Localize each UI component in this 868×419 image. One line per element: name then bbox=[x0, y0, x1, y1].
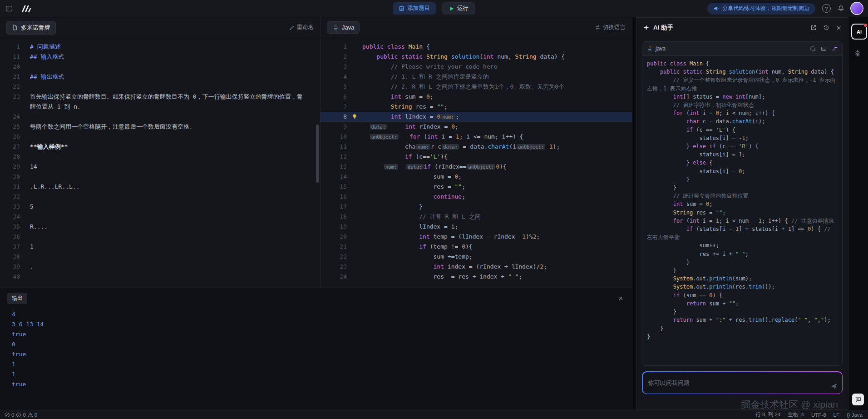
line-number: 17 bbox=[321, 202, 347, 212]
lightbulb-icon[interactable] bbox=[347, 112, 362, 122]
problem-line[interactable]: 38 bbox=[0, 252, 320, 262]
indent-setting[interactable]: 空格: 4 bbox=[788, 411, 804, 418]
problem-line[interactable]: 28 bbox=[0, 152, 320, 162]
problem-line[interactable]: 371 bbox=[0, 242, 320, 252]
problem-line[interactable]: 23首先输出保持竖立的骨牌数目。如果保持竖立的骨牌数目不为 0，下一行输出保持竖… bbox=[0, 92, 320, 112]
problem-line[interactable]: 32 bbox=[0, 192, 320, 202]
ai-assistant-panel: AI 助手 java bbox=[636, 17, 848, 410]
code-line[interactable]: 3 // Please write your code here bbox=[321, 62, 632, 72]
problem-line[interactable]: 36 bbox=[0, 232, 320, 242]
problem-line[interactable]: 39. bbox=[0, 262, 320, 272]
problem-title-tab[interactable]: 多米诺骨牌 bbox=[6, 21, 56, 35]
code-line[interactable]: 22 sum +=temp; bbox=[321, 252, 632, 262]
help-icon[interactable]: ? bbox=[822, 4, 831, 13]
problem-line[interactable]: 335 bbox=[0, 202, 320, 212]
feedback-button[interactable] bbox=[852, 394, 864, 405]
warning-indicator[interactable]: 0 bbox=[28, 412, 37, 418]
problem-line[interactable]: 35R.... bbox=[0, 222, 320, 232]
code-line[interactable]: 21 if (temp != 0){ bbox=[321, 242, 632, 252]
problem-line[interactable]: 34 bbox=[0, 212, 320, 222]
code-line[interactable]: 4 // 1. L 和 R 之间的肯定是竖立的 bbox=[321, 72, 632, 82]
problem-text: ## 输入格式 bbox=[30, 52, 320, 62]
problem-text: 5 bbox=[30, 202, 320, 212]
problem-line[interactable]: 40 bbox=[0, 272, 320, 282]
problem-line[interactable]: 2914 bbox=[0, 162, 320, 172]
problem-line[interactable]: 30 bbox=[0, 172, 320, 182]
language-mode[interactable]: {} Java bbox=[847, 412, 863, 418]
problem-line[interactable]: 1# 问题描述 bbox=[0, 42, 320, 52]
line-number: 24 bbox=[0, 112, 20, 122]
encoding[interactable]: UTF-8 bbox=[811, 412, 826, 418]
plugin-icon[interactable] bbox=[853, 49, 862, 57]
run-button[interactable]: 运行 bbox=[442, 2, 475, 15]
code-line[interactable]: 11 chanum:r cdata: = data.charAt(ianObje… bbox=[321, 142, 632, 152]
bell-icon[interactable] bbox=[838, 5, 844, 12]
code-line[interactable]: 9 data: int rIndex = 0; bbox=[321, 122, 632, 132]
code-line[interactable]: 10 anObject: for (int i = 1; i <= num; i… bbox=[321, 132, 632, 142]
close-ai-icon[interactable] bbox=[836, 25, 842, 31]
ai-code-line: return sum + ":" + res.trim().replace(" … bbox=[647, 316, 838, 324]
language-tab-java[interactable]: Java bbox=[327, 21, 360, 34]
gutter-gap bbox=[347, 152, 362, 162]
add-problem-button[interactable]: 添加题目 bbox=[393, 2, 436, 15]
problem-line[interactable]: 20 bbox=[0, 62, 320, 72]
code-line[interactable]: 24 res = res + index + " "; bbox=[321, 272, 632, 282]
code-line[interactable]: 16 continue; bbox=[321, 192, 632, 202]
line-number: 21 bbox=[321, 242, 347, 252]
code-line[interactable]: 1public class Main { bbox=[321, 42, 632, 52]
cursor-position[interactable]: 行 8, 列 24 bbox=[755, 411, 780, 418]
sidebar-toggle-icon[interactable] bbox=[5, 5, 13, 12]
gutter-gap bbox=[20, 132, 30, 142]
problem-scrollbar[interactable] bbox=[316, 125, 319, 183]
code-line[interactable]: 18 // 计算 R 和 L 之间 bbox=[321, 212, 632, 222]
warning-count: 0 bbox=[35, 412, 37, 418]
gutter-gap bbox=[347, 242, 362, 252]
active-code-line[interactable]: 8 int lIndex = 0num:; bbox=[321, 112, 632, 122]
code-line[interactable]: 14 sum = 0; bbox=[321, 172, 632, 182]
rename-button[interactable]: 重命名 bbox=[289, 24, 314, 31]
code-line[interactable]: 19 lIndex = i; bbox=[321, 222, 632, 232]
avatar[interactable] bbox=[851, 3, 863, 14]
code-text: lIndex = i; bbox=[362, 222, 458, 232]
code-editor[interactable]: 1public class Main {2 public static Stri… bbox=[321, 38, 632, 288]
close-output-icon[interactable] bbox=[618, 295, 624, 301]
code-line[interactable]: 13 num: data:if (rIndex==anObject:0){ bbox=[321, 162, 632, 172]
code-line[interactable]: 15 res = ""; bbox=[321, 182, 632, 192]
magic-wand-icon[interactable] bbox=[832, 46, 838, 52]
send-icon[interactable] bbox=[830, 383, 838, 390]
problem-line[interactable]: 24 bbox=[0, 112, 320, 122]
problem-line[interactable]: 11## 输入格式 bbox=[0, 52, 320, 62]
ai-question-input[interactable] bbox=[643, 372, 842, 394]
code-line[interactable]: 20 int temp = (lIndex - rIndex -1)%2; bbox=[321, 232, 632, 242]
problem-line[interactable]: 21## 输出格式 bbox=[0, 72, 320, 82]
output-tab[interactable]: 输出 bbox=[7, 293, 27, 304]
ai-code-line: // 定义一个整数数组来记录骨牌的状态，0 表示未推，-1 表示向左推，1 表示… bbox=[647, 76, 838, 92]
eol-setting[interactable]: LF bbox=[833, 412, 839, 418]
ai-code-line: status[i] = -1; bbox=[647, 134, 838, 142]
swap-arrows-icon bbox=[595, 25, 601, 30]
problem-line[interactable]: 31.L.R...LR..L.. bbox=[0, 182, 320, 192]
promo-banner[interactable]: 分享代码练习体验，领限量定制周边 bbox=[707, 3, 815, 15]
problem-line[interactable]: 22 bbox=[0, 82, 320, 92]
insert-terminal-icon[interactable] bbox=[821, 46, 827, 52]
gutter-gap bbox=[20, 42, 30, 52]
code-line[interactable]: 23 int index = (rIndex + lIndex)/2; bbox=[321, 262, 632, 272]
problem-line[interactable]: 26 bbox=[0, 132, 320, 142]
info-indicator[interactable]: 0 bbox=[16, 412, 25, 418]
code-line[interactable]: 2 public static String solution(int num,… bbox=[321, 52, 632, 62]
output-line: true bbox=[12, 329, 632, 339]
history-icon[interactable] bbox=[823, 25, 829, 31]
error-indicator[interactable]: 0 bbox=[5, 412, 14, 418]
code-line[interactable]: 6 int sum = 0; bbox=[321, 92, 632, 102]
export-icon[interactable] bbox=[810, 25, 817, 31]
code-line[interactable]: 7 String res = ""; bbox=[321, 102, 632, 112]
ai-toggle-button[interactable]: AI bbox=[851, 24, 867, 40]
switch-language-button[interactable]: 切换语言 bbox=[595, 24, 626, 31]
code-line[interactable]: 17 } bbox=[321, 202, 632, 212]
code-line[interactable]: 12 if (c=='L'){ bbox=[321, 152, 632, 162]
code-line[interactable]: 5 // 2. R 和 L 之间的下标之差单数为1个，0、双数、无穷为0个 bbox=[321, 82, 632, 92]
problem-line[interactable]: 25每两个数之间用一个空格隔开，注意最后一个数后面没有空格。 bbox=[0, 122, 320, 132]
problem-editor[interactable]: 1# 问题描述11## 输入格式2021## 输出格式2223首先输出保持竖立的… bbox=[0, 38, 320, 288]
problem-line[interactable]: 27**输入样例** bbox=[0, 142, 320, 152]
copy-icon[interactable] bbox=[810, 46, 816, 52]
